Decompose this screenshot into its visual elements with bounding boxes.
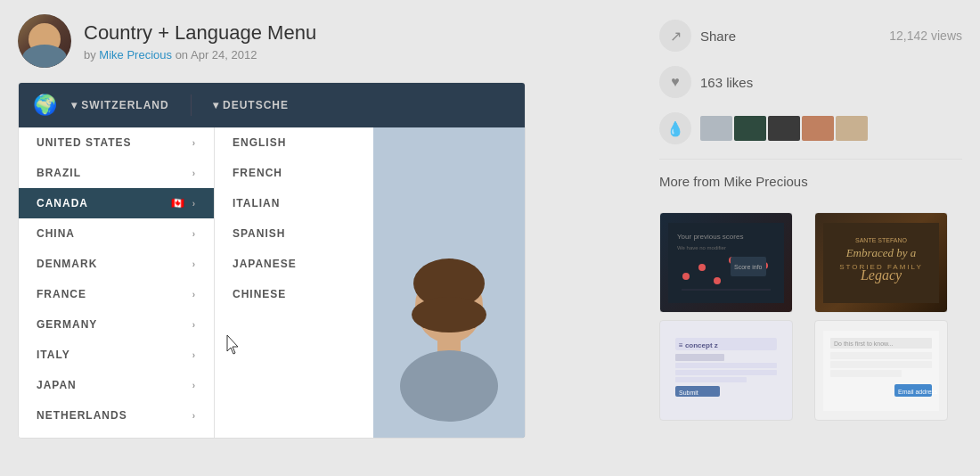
avatar [18,14,71,68]
country-arrow-denmark: › [192,259,196,269]
swatch-3 [768,116,800,141]
country-item-china[interactable]: CHINA › [19,218,214,249]
svg-rect-37 [830,361,932,368]
svg-rect-27 [675,354,724,361]
menu-topbar[interactable]: 🌍 ▾ SWITZERLAND ▾ DEUTSCHE [19,83,525,127]
shot-byline: by Mike Precious on Apr 24, 2012 [84,48,316,62]
country-arrow-germany: › [192,320,196,330]
byline-suffix: on Apr 24, 2012 [176,48,257,62]
heart-icon: ♥ [671,74,680,90]
country-name-canada: CANADA [37,197,88,209]
country-item-germany[interactable]: GERMANY › [19,309,214,340]
page-wrapper: Country + Language Menu by Mike Precious… [0,0,980,476]
byline-prefix: by [84,48,96,62]
sidebar-share-row: ↗ Share 12,142 views [659,20,962,52]
thumb-3[interactable]: ≡ concept z Submit [659,320,793,421]
lang-name-french: FRENCH [233,167,282,179]
country-arrow-china: › [192,229,196,239]
svg-text:Email address: Email address [898,389,938,395]
country-item-france[interactable]: FRANCE › [19,279,214,309]
thumb-4[interactable]: Do this first to know... Email address [814,320,948,421]
svg-point-3 [412,297,486,332]
like-button[interactable]: ♥ [659,66,691,98]
likes-label: 163 likes [700,75,753,90]
svg-rect-29 [675,370,777,375]
country-arrow-us: › [192,138,196,148]
country-arrow-japan: › [192,381,196,390]
country-item-netherlands[interactable]: NETHERLANDS › [19,400,214,431]
country-item-canada[interactable]: CANADA 🇨🇦 › [19,188,214,218]
screenshot-preview: 🌍 ▾ SWITZERLAND ▾ DEUTSCHE UNITED STATES [18,82,526,439]
svg-rect-38 [830,370,902,377]
lang-name-japanese: JAPANESE [233,258,297,270]
share-button[interactable]: ↗ [659,20,691,52]
thumb-2[interactable]: SANTE STEFANO Embraced by a STORIED FAMI… [814,212,948,313]
drop-icon: 💧 [666,120,684,137]
canada-flag: 🇨🇦 [171,197,185,209]
country-name-netherlands: NETHERLANDS [37,409,127,422]
svg-point-11 [698,264,706,271]
country-name-denmark: DENMARK [37,258,97,270]
color-section: 💧 [659,112,962,144]
topbar-arrow: ▾ [71,99,81,111]
svg-point-10 [682,273,690,280]
author-link[interactable]: Mike Precious [99,48,172,62]
lang-name-english: ENGLISH [233,136,286,149]
lang-name-chinese: CHINESE [233,288,286,300]
color-button[interactable]: 💧 [659,112,691,144]
svg-point-5 [400,350,498,422]
country-item-italy[interactable]: ITALY › [19,340,214,370]
svg-rect-30 [675,377,747,382]
country-arrow-canada: › [192,199,196,209]
sidebar: ↗ Share 12,142 views ♥ 163 likes 💧 [659,14,962,462]
topbar-lang: ▾ DEUTSCHE [213,99,289,111]
shot-header: Country + Language Menu by Mike Precious… [18,14,641,68]
svg-text:Score info: Score info [734,264,763,270]
topbar-country: ▾ SWITZERLAND [71,99,169,111]
svg-text:Submit: Submit [679,390,698,396]
swatch-2 [734,116,766,141]
country-name-china: CHINA [37,227,75,240]
divider [659,159,962,160]
country-item-denmark[interactable]: DENMARK › [19,249,214,279]
lang-name-spanish: SPANISH [233,227,285,240]
more-from-label: More from Mike Precious [659,174,962,189]
color-swatches [700,116,868,141]
swatch-1 [700,116,732,141]
world-icon: 🌍 [33,94,57,117]
shot-meta: Country + Language Menu by Mike Precious… [84,21,316,62]
main-area: Country + Language Menu by Mike Precious… [18,14,641,462]
svg-rect-36 [830,352,932,359]
topbar-lang-arrow: ▾ [213,99,223,111]
svg-rect-28 [675,363,777,368]
country-name-brazil: BRAZIL [37,167,81,179]
country-name-germany: GERMANY [37,318,97,331]
views-count: 12,142 views [889,29,962,43]
shot-title: Country + Language Menu [84,21,316,45]
share-icon: ↗ [670,28,682,45]
country-item-us[interactable]: UNITED STATES › [19,127,214,158]
country-panel: UNITED STATES › BRAZIL › CANADA 🇨🇦 › [19,127,215,438]
country-name-italy: ITALY [37,349,70,361]
topbar-divider [191,94,192,116]
svg-text:≡ concept z: ≡ concept z [679,341,718,349]
svg-point-12 [714,277,721,284]
svg-text:Embraced by a: Embraced by a [845,246,917,259]
country-item-japan[interactable]: JAPAN › [19,370,214,400]
bg-image-area [373,127,525,438]
country-arrow-italy: › [192,350,196,360]
likes-section: ♥ 163 likes [659,66,962,98]
country-arrow-netherlands: › [192,411,196,421]
menu-ui: 🌍 ▾ SWITZERLAND ▾ DEUTSCHE UNITED STATES [19,83,525,438]
swatch-5 [836,116,868,141]
country-name-france: FRANCE [37,288,86,300]
thumb-1[interactable]: Your previous scores We have no modifier… [659,212,793,313]
country-name-japan: JAPAN [37,379,77,391]
swatch-4 [802,116,834,141]
country-name-us: UNITED STATES [37,136,132,149]
svg-text:Your previous scores: Your previous scores [677,233,743,241]
country-arrow-brazil: › [192,168,196,178]
country-arrow-france: › [192,290,196,300]
share-label: Share [700,29,736,44]
country-item-brazil[interactable]: BRAZIL › [19,158,214,188]
